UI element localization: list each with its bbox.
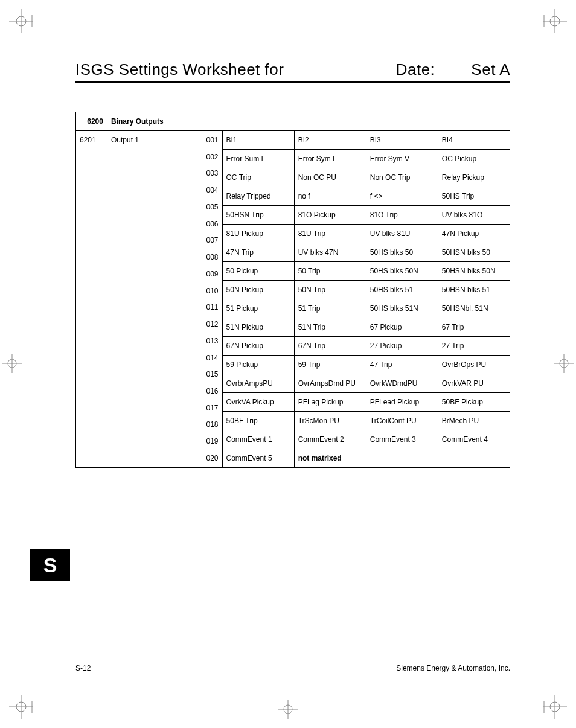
page-number: S-12	[75, 664, 91, 672]
settings-table: 6200Binary Outputs6201Output 10010020030…	[75, 112, 510, 468]
value-cell	[438, 449, 510, 468]
sub-index: 015	[199, 370, 219, 378]
value-cell: Error Sym V	[366, 150, 438, 168]
value-cell: BI4	[438, 131, 510, 150]
value-cell: 50HS Trip	[438, 187, 510, 206]
sub-index: 014	[199, 354, 219, 362]
page-content: ISGS Settings Worksheet for Date: Set A …	[75, 60, 510, 468]
svg-point-18	[284, 705, 292, 714]
sub-index: 016	[199, 387, 219, 395]
value-cell: 47N Pickup	[438, 225, 510, 243]
value-cell: 81O Pickup	[294, 206, 366, 225]
value-cell: OvrbrAmpsPU	[222, 374, 294, 393]
value-cell: CommEvent 2	[294, 430, 366, 449]
sub-index-column: 0010020030040050060070080090100110120130…	[199, 131, 222, 468]
crop-mark-bottom-center	[278, 700, 298, 719]
sub-index: 009	[199, 270, 219, 278]
value-cell: OvrkVA Pickup	[222, 393, 294, 412]
value-cell: 50HS blks 50	[366, 243, 438, 262]
value-cell: 50N Pickup	[222, 281, 294, 299]
value-cell: OvrkVAR PU	[438, 374, 510, 393]
value-cell: CommEvent 1	[222, 430, 294, 449]
value-cell: 59 Pickup	[222, 356, 294, 374]
sub-index: 012	[199, 320, 219, 328]
value-cell: 81O Trip	[366, 206, 438, 225]
value-cell: 50HSN blks 50N	[438, 262, 510, 281]
value-cell: PFLag Pickup	[294, 393, 366, 412]
value-cell: BI3	[366, 131, 438, 150]
value-cell: OC Trip	[222, 168, 294, 187]
value-cell: BI1	[222, 131, 294, 150]
value-cell: 27 Trip	[438, 337, 510, 356]
svg-point-11	[560, 359, 568, 368]
value-cell: 67N Trip	[294, 337, 366, 356]
svg-point-0	[16, 16, 26, 26]
value-cell: 50HS blks 51	[366, 281, 438, 299]
value-cell: Error Sym I	[294, 150, 366, 168]
sub-index: 001	[199, 136, 219, 144]
value-cell: 59 Trip	[294, 356, 366, 374]
value-cell: 67N Pickup	[222, 337, 294, 356]
value-cell: 51 Trip	[294, 299, 366, 318]
value-cell: TrCoilCont PU	[366, 412, 438, 430]
sub-index: 010	[199, 287, 219, 295]
value-cell: 81U Pickup	[222, 225, 294, 243]
table-group-row: 6200Binary Outputs	[76, 112, 510, 131]
value-cell: 51 Pickup	[222, 299, 294, 318]
value-cell: UV blks 81U	[366, 225, 438, 243]
value-cell: 47N Trip	[222, 243, 294, 262]
page-header: ISGS Settings Worksheet for Date: Set A	[75, 60, 510, 83]
section-tab-letter: S	[43, 554, 57, 577]
crop-mark-top-left	[9, 9, 33, 33]
crop-mark-mid-right	[554, 354, 574, 373]
block-name: Output 1	[107, 131, 199, 468]
sub-index: 002	[199, 153, 219, 161]
value-cell: 67 Trip	[438, 318, 510, 337]
value-cell: 50BF Trip	[222, 412, 294, 430]
crop-mark-top-right	[543, 9, 567, 33]
value-cell: 67 Pickup	[366, 318, 438, 337]
value-cell: BrMech PU	[438, 412, 510, 430]
svg-point-21	[550, 702, 560, 712]
value-cell: CommEvent 3	[366, 430, 438, 449]
value-cell: OC Pickup	[438, 150, 510, 168]
crop-mark-bottom-right	[543, 695, 567, 719]
svg-point-8	[8, 359, 16, 368]
value-cell	[366, 449, 438, 468]
value-cell: 50 Pickup	[222, 262, 294, 281]
table-row: 6201Output 10010020030040050060070080090…	[76, 131, 510, 150]
value-cell: 81U Trip	[294, 225, 366, 243]
value-cell: TrScMon PU	[294, 412, 366, 430]
value-cell: f <>	[366, 187, 438, 206]
value-cell: Relay Tripped	[222, 187, 294, 206]
value-cell: 27 Pickup	[366, 337, 438, 356]
value-cell: OvrAmpsDmd PU	[294, 374, 366, 393]
value-cell: 51N Trip	[294, 318, 366, 337]
sub-index: 011	[199, 303, 219, 311]
sub-index: 004	[199, 186, 219, 194]
value-cell: 50HS blks 51N	[366, 299, 438, 318]
value-cell: PFLead Pickup	[366, 393, 438, 412]
value-cell: UV blks 47N	[294, 243, 366, 262]
value-cell: 50HSNbl. 51N	[438, 299, 510, 318]
value-cell: OvrkWDmdPU	[366, 374, 438, 393]
company-name: Siemens Energy & Automation, Inc.	[396, 664, 510, 672]
set-label: Set A	[471, 60, 510, 79]
value-cell: not matrixed	[294, 449, 366, 468]
value-cell: 50N Trip	[294, 281, 366, 299]
block-addr: 6201	[76, 131, 107, 468]
sub-index: 005	[199, 203, 219, 211]
doc-title: ISGS Settings Worksheet for	[75, 60, 378, 79]
value-cell: OvrBrOps PU	[438, 356, 510, 374]
sub-index: 013	[199, 337, 219, 345]
group-name: Binary Outputs	[107, 112, 510, 131]
value-cell: Non OC PU	[294, 168, 366, 187]
value-cell: Error Sum I	[222, 150, 294, 168]
value-cell: 50HSN Trip	[222, 206, 294, 225]
sub-index: 003	[199, 169, 219, 177]
value-cell: 50BF Pickup	[438, 393, 510, 412]
value-cell: 47 Trip	[366, 356, 438, 374]
value-cell: 50 Trip	[294, 262, 366, 281]
crop-mark-bottom-left	[9, 695, 33, 719]
value-cell: 51N Pickup	[222, 318, 294, 337]
